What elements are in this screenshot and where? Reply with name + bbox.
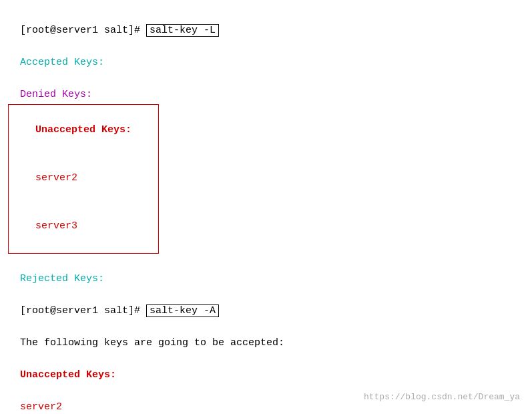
- unaccepted-keys-label: Unaccepted Keys:: [11, 106, 131, 154]
- denied-keys-label-1: Denied Keys:: [8, 71, 524, 103]
- watermark: https://blog.csdn.net/Dream_ya: [364, 392, 520, 402]
- command-2: salt-key -A: [146, 304, 219, 317]
- unaccepted-keys-block: Unaccepted Keys: server2 server3: [8, 104, 159, 254]
- terminal-line-2: [root@server1 salt]# salt-key -A: [8, 287, 524, 319]
- prompt-1: [root@server1 salt]#: [20, 25, 146, 36]
- accept-msg: The following keys are going to be accep…: [8, 319, 524, 351]
- accepted-keys-label-1: Accepted Keys:: [8, 39, 524, 71]
- command-1: salt-key -L: [146, 24, 219, 37]
- unaccepted-server3: server3: [11, 202, 131, 250]
- rejected-keys-label-1: Rejected Keys:: [8, 255, 524, 287]
- terminal-line-1: [root@server1 salt]# salt-key -L: [8, 7, 524, 39]
- unaccepted-server2: server2: [11, 154, 131, 202]
- unaccepted-keys-label-2: Unaccepted Keys:: [8, 351, 524, 383]
- prompt-2: [root@server1 salt]#: [20, 305, 146, 317]
